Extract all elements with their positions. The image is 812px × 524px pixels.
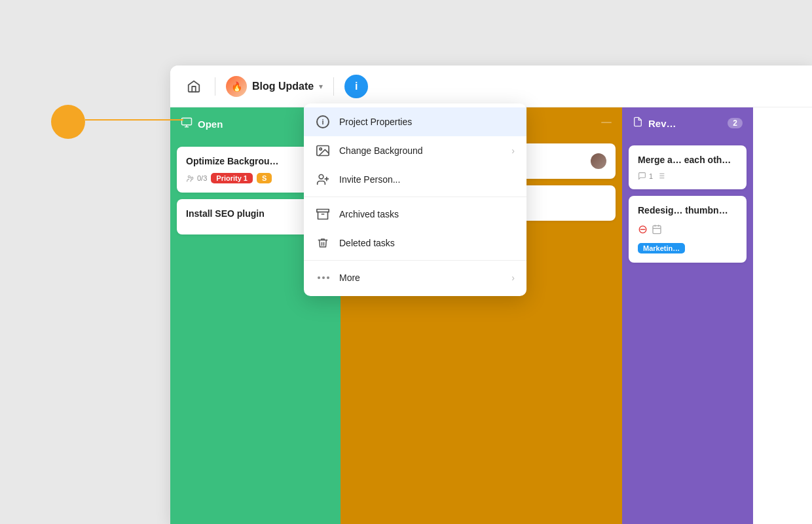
card-meta: 1 — [638, 172, 737, 180]
dropdown-divider-1 — [304, 196, 526, 197]
dropdown-item-deleted-tasks[interactable]: Deleted tasks — [304, 229, 526, 257]
doc-icon — [633, 117, 643, 130]
card-redesign[interactable]: Redesig… thumbn… ⊖ Marketin… — [629, 196, 747, 263]
calendar-icon — [652, 224, 662, 234]
marketing-badge: Marketin… — [638, 243, 685, 253]
card-title: Redesig… thumbn… — [638, 205, 737, 215]
dropdown-divider-2 — [304, 260, 526, 261]
column-review-count: 2 — [728, 118, 743, 128]
header-divider-1 — [215, 77, 215, 96]
priority-badge: Priority 1 — [211, 173, 253, 183]
more-arrow-icon: › — [511, 272, 515, 283]
card-avatar — [591, 153, 606, 169]
more-dots-icon — [316, 271, 330, 285]
header-divider-2 — [333, 77, 334, 96]
svg-point-4 — [191, 177, 193, 179]
dropdown-item-change-background[interactable]: Change Background › — [304, 136, 526, 165]
meta-count-2 — [657, 172, 665, 180]
meta-count-1: 1 — [638, 172, 653, 180]
header: 🔥 Blog Update ▾ i — [170, 66, 812, 107]
dropdown-label-deleted-tasks: Deleted tasks — [339, 238, 515, 248]
column-open-label: Open — [198, 119, 223, 130]
info-button[interactable]: i — [344, 75, 368, 98]
card-meta: ⊖ — [638, 222, 737, 236]
project-name: Blog Update — [252, 81, 314, 92]
arrow-icon: › — [511, 145, 515, 156]
image-icon — [316, 143, 330, 158]
project-avatar: 🔥 — [226, 76, 247, 97]
column-review-body: Merge a… each oth… 1 Redesig… thumbn… — [622, 139, 753, 524]
dropdown-item-project-properties[interactable]: i Project Properties — [304, 107, 526, 136]
svg-point-16 — [320, 148, 322, 150]
archive-icon — [316, 207, 330, 221]
svg-rect-20 — [317, 210, 329, 212]
size-badge: S — [257, 173, 272, 183]
info-circle-icon: i — [316, 115, 330, 129]
project-selector[interactable]: 🔥 Blog Update ▾ — [226, 76, 323, 97]
annotation-circle — [51, 105, 85, 139]
home-icon[interactable] — [183, 76, 204, 97]
person-add-icon — [316, 172, 330, 187]
column-progress-count — [601, 122, 612, 123]
annotation-line — [85, 119, 183, 121]
dropdown-label-change-background: Change Background — [339, 145, 502, 156]
dropdown-item-more[interactable]: More › — [304, 263, 526, 292]
svg-rect-15 — [317, 146, 329, 156]
card-merge[interactable]: Merge a… each oth… 1 — [629, 145, 747, 189]
chevron-down-icon: ▾ — [319, 82, 323, 91]
meta-subtask-count: 0/3 — [186, 174, 207, 183]
dropdown-item-archived-tasks[interactable]: Archived tasks — [304, 200, 526, 229]
svg-point-3 — [188, 176, 190, 178]
dropdown-item-invite-person[interactable]: Invite Person... — [304, 165, 526, 194]
column-review-label: Rev… — [648, 118, 676, 129]
svg-rect-11 — [653, 226, 661, 234]
dropdown-menu: i Project Properties Change Background ›… — [304, 103, 526, 296]
svg-point-17 — [319, 175, 323, 179]
card-title: Merge a… each oth… — [638, 155, 737, 165]
dropdown-label-archived-tasks: Archived tasks — [339, 209, 515, 219]
dropdown-label-project-properties: Project Properties — [339, 117, 515, 127]
remove-icon: ⊖ — [638, 222, 648, 236]
trash-icon — [316, 236, 330, 250]
dropdown-label-invite-person: Invite Person... — [339, 174, 515, 185]
column-header-review: Rev… 2 — [622, 107, 753, 139]
dropdown-label-more: More — [339, 272, 502, 283]
marketing-badge-container: Marketin… — [638, 242, 737, 253]
column-review: Rev… 2 Merge a… each oth… 1 — [622, 107, 753, 524]
